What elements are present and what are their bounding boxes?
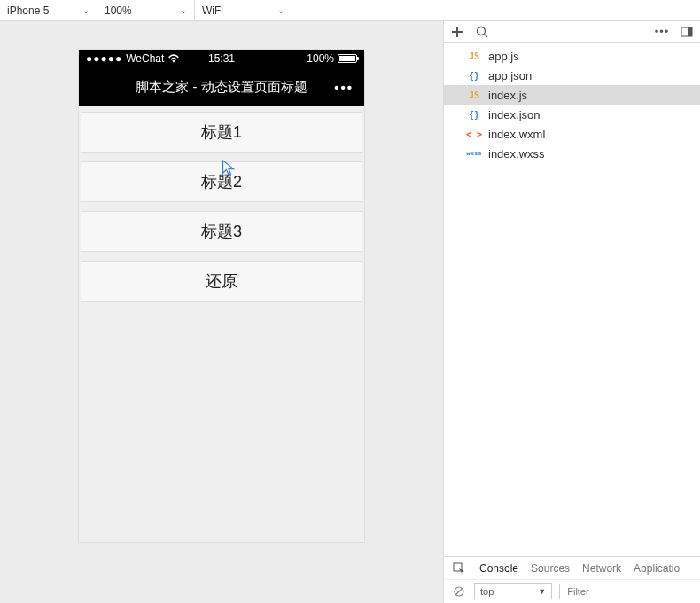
file-tree: JSapp.js{}app.jsonJSindex.js{}index.json… [444, 43, 700, 556]
reset-button[interactable]: 还原 [81, 261, 362, 302]
button-label: 标题3 [201, 221, 242, 242]
plus-icon [451, 26, 463, 38]
button-label: 标题1 [201, 121, 242, 143]
tab-application[interactable]: Applicatio [634, 562, 680, 575]
phone-statusbar: ●●●●● WeChat 15:31 100% [79, 50, 364, 67]
file-type-icon: JS [465, 51, 483, 61]
search-button[interactable] [474, 24, 490, 40]
nav-more-icon[interactable]: ••• [334, 80, 354, 95]
panel-toggle-icon [681, 26, 693, 38]
context-select[interactable]: top ▼ [474, 583, 552, 599]
chevron-down-icon: ⌄ [277, 5, 284, 15]
phone-frame: ●●●●● WeChat 15:31 100% 脚本之家 - 动态设置页面标题 … [79, 50, 364, 542]
console-toolbar: top ▼ [444, 580, 700, 603]
file-row[interactable]: wxssindex.wxss [444, 144, 700, 163]
file-name-label: index.js [488, 89, 527, 102]
device-select[interactable]: iPhone 5 ⌄ [0, 0, 97, 20]
battery-pct-label: 100% [307, 52, 334, 65]
svg-rect-3 [688, 27, 692, 36]
signal-dots-icon: ●●●●● [86, 52, 122, 65]
editor-toolbar: ••• [444, 21, 700, 43]
simulator-toolbar: iPhone 5 ⌄ 100% ⌄ WiFi ⌄ [0, 0, 700, 21]
more-icon: ••• [655, 25, 670, 38]
file-type-icon: {} [465, 71, 483, 81]
more-button[interactable]: ••• [654, 24, 670, 40]
file-row[interactable]: JSapp.js [444, 46, 700, 66]
simulator-pane: ●●●●● WeChat 15:31 100% 脚本之家 - 动态设置页面标题 … [0, 21, 443, 603]
no-entry-icon [454, 586, 464, 597]
file-name-label: app.js [488, 50, 519, 63]
zoom-select[interactable]: 100% ⌄ [97, 0, 195, 20]
context-select-label: top [480, 586, 494, 597]
clock-label: 15:31 [208, 52, 235, 65]
file-type-icon: wxss [465, 150, 483, 157]
file-type-icon: {} [465, 110, 483, 120]
devtools-panel: Console Sources Network Applicatio top ▼ [444, 556, 700, 603]
file-name-label: index.json [488, 108, 541, 121]
filter-input[interactable] [559, 584, 693, 599]
network-select-label: WiFi [202, 4, 272, 17]
phone-app-body: 标题1 标题2 标题3 还原 [79, 106, 364, 542]
element-picker-icon [453, 562, 465, 575]
file-type-icon: JS [465, 90, 483, 100]
file-row[interactable]: {}app.json [444, 66, 700, 85]
svg-line-6 [456, 589, 463, 595]
file-type-icon: < > [465, 129, 483, 139]
file-name-label: app.json [488, 69, 532, 82]
tab-console[interactable]: Console [479, 562, 518, 575]
editor-pane: ••• JSapp.js{}app.jsonJSindex.js{}index.… [443, 21, 700, 603]
file-name-label: index.wxml [488, 128, 545, 141]
title-button-1[interactable]: 标题1 [81, 112, 362, 153]
svg-point-0 [478, 27, 486, 35]
file-row[interactable]: {}index.json [444, 105, 700, 124]
wifi-icon [167, 54, 180, 63]
button-label: 还原 [206, 270, 237, 292]
title-button-3[interactable]: 标题3 [81, 211, 362, 252]
chevron-down-icon: ⌄ [180, 5, 187, 15]
carrier-label: WeChat [126, 52, 164, 65]
file-row[interactable]: < >index.wxml [444, 124, 700, 144]
element-picker-button[interactable] [451, 560, 467, 576]
svg-line-1 [485, 34, 488, 37]
chevron-down-icon: ⌄ [82, 5, 89, 15]
network-select[interactable]: WiFi ⌄ [195, 0, 292, 20]
devtools-tabs: Console Sources Network Applicatio [444, 557, 700, 580]
page-title: 脚本之家 - 动态设置页面标题 [136, 79, 307, 96]
search-icon [476, 26, 488, 38]
tab-sources[interactable]: Sources [531, 562, 570, 575]
device-select-label: iPhone 5 [7, 4, 49, 17]
file-name-label: index.wxss [488, 147, 545, 161]
title-button-2[interactable]: 标题2 [81, 161, 362, 202]
phone-navbar: 脚本之家 - 动态设置页面标题 ••• [79, 67, 364, 106]
tab-network[interactable]: Network [582, 562, 621, 575]
clear-console-button[interactable] [451, 583, 467, 599]
panel-toggle-button[interactable] [679, 24, 695, 40]
zoom-select-label: 100% [105, 4, 132, 17]
file-row[interactable]: JSindex.js [444, 85, 700, 105]
chevron-down-icon: ▼ [538, 587, 546, 596]
button-label: 标题2 [201, 171, 242, 192]
battery-icon [338, 54, 357, 63]
add-file-button[interactable] [449, 24, 465, 40]
